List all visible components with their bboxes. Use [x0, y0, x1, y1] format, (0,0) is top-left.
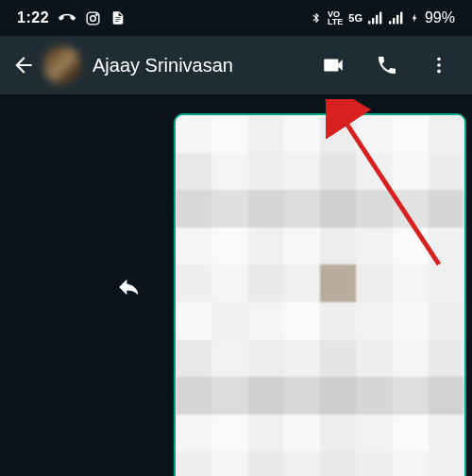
forward-icon[interactable]: [111, 274, 138, 304]
svg-point-13: [437, 70, 441, 74]
contact-avatar[interactable]: [43, 46, 81, 84]
battery-percent: 99%: [425, 9, 455, 26]
back-button[interactable]: [11, 53, 36, 77]
svg-rect-7: [389, 21, 391, 24]
svg-rect-9: [396, 15, 398, 25]
svg-rect-8: [393, 18, 395, 24]
svg-rect-4: [372, 18, 374, 24]
charging-icon: [410, 10, 419, 26]
status-left: 1:22: [17, 9, 126, 26]
svg-rect-3: [368, 21, 370, 24]
bluetooth-icon: [311, 10, 322, 26]
svg-rect-6: [379, 12, 381, 25]
chat-body: [0, 94, 472, 476]
status-bar: 1:22 VOLTE 5G 99%: [0, 0, 472, 36]
status-right: VOLTE 5G 99%: [311, 9, 455, 26]
svg-rect-5: [376, 15, 378, 25]
chat-header: Ajaay Srinivasan: [0, 36, 472, 94]
5g-icon: 5G: [348, 12, 362, 24]
svg-point-1: [91, 15, 96, 21]
voice-call-button[interactable]: [364, 46, 410, 84]
signal-1-icon: [368, 11, 383, 25]
instagram-icon: [85, 10, 101, 26]
missed-call-icon: [59, 9, 76, 26]
document-icon: [110, 10, 126, 26]
contact-name[interactable]: Ajaay Srinivasan: [93, 55, 302, 76]
more-menu-button[interactable]: [417, 47, 461, 83]
svg-point-2: [96, 13, 97, 14]
volte-icon: VOLTE: [328, 10, 343, 26]
clock-time: 1:22: [17, 9, 49, 26]
svg-point-11: [437, 58, 441, 61]
signal-2-icon: [389, 11, 404, 25]
svg-point-12: [437, 63, 441, 67]
svg-rect-10: [400, 12, 402, 25]
video-call-button[interactable]: [310, 45, 357, 85]
image-message[interactable]: [174, 113, 466, 476]
blurred-image-content: [176, 115, 464, 476]
